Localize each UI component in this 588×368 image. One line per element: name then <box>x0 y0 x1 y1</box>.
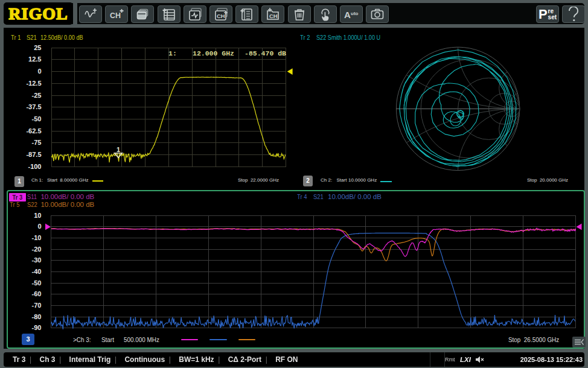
svg-text:12.000 GHz: 12.000 GHz <box>193 49 234 57</box>
svg-text:1:: 1: <box>168 49 177 57</box>
svg-text:1: 1 <box>117 146 120 153</box>
svg-text:-85.470 dB: -85.470 dB <box>244 49 286 57</box>
